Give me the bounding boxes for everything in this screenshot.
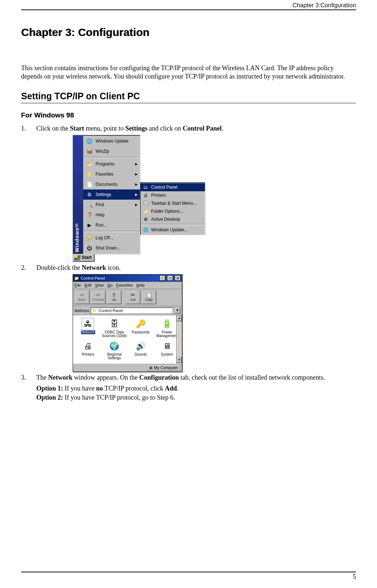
start-button[interactable]: Start	[73, 254, 95, 262]
toolbar-button-forward: ⇨Forward	[90, 291, 106, 304]
applet-icon: 🌍	[109, 340, 120, 352]
control-panel-icon[interactable]: 🖨Printers	[75, 340, 101, 360]
control-panel-window: 📁 Control Panel _ □ × FileEditViewGoFavo…	[73, 274, 182, 372]
menu-item-icon: ❓	[85, 211, 93, 219]
menu-bar: FileEditViewGoFavoritesHelp	[73, 282, 182, 289]
applet-icon: 🖨	[82, 340, 94, 352]
text-bold: Option 1:	[36, 385, 63, 392]
start-menu-item[interactable]: 🔑Log Off...	[83, 233, 140, 243]
start-menu-item[interactable]: ⭐Favorites▶	[83, 169, 140, 179]
address-dropdown-button[interactable]: ▼	[174, 307, 181, 314]
text-bold: Network	[82, 264, 106, 271]
menu-item-label: Favorites	[96, 172, 113, 177]
menu-item-icon: ⭐	[85, 170, 93, 178]
computer-icon: 🖥	[149, 365, 153, 370]
text-bold: Option 2:	[36, 394, 63, 401]
applet-icon: 🖧	[82, 318, 94, 330]
submenu-item-icon: 🪟	[142, 200, 149, 207]
submenu-item[interactable]: 🗂Control Panel	[140, 183, 205, 191]
applet-label: System	[161, 353, 173, 357]
control-panel-icon[interactable]: 🖧Network	[75, 318, 101, 338]
start-menu-item[interactable]: 🌐Windows Update	[83, 136, 140, 146]
toolbar-icon: ✂	[131, 292, 135, 297]
menu-item-label: Windows Update	[96, 139, 129, 144]
step-3: The Network window appears. On the Confi…	[21, 373, 356, 402]
icon-area: 🖧Network🗄ODBC Data Sources (32bit)🔑Passw…	[73, 315, 182, 363]
settings-submenu: 🗂Control Panel🖨Printers🪟Taskbar & Start …	[140, 182, 205, 235]
toolbar-icon: ⇦	[80, 292, 84, 297]
menu-item[interactable]: View	[95, 283, 104, 288]
submenu-item[interactable]: 🌐Windows Update...	[140, 226, 205, 234]
submenu-item[interactable]: 🖥Active Desktop	[140, 215, 205, 223]
maximize-button[interactable]: □	[167, 275, 173, 281]
menu-item[interactable]: File	[74, 283, 81, 288]
menu-item-label: Settings	[96, 192, 111, 198]
start-menu-item[interactable]: ⏻Shut Down...	[83, 243, 140, 253]
step-1: Click on the Start menu, point to Settin…	[21, 124, 356, 262]
address-label: Address	[74, 308, 89, 313]
toolbar-label: Forward	[92, 298, 104, 302]
menu-item-icon: ⚙	[85, 191, 93, 199]
menu-item-label: WinZip	[96, 149, 109, 155]
start-menu-item[interactable]: 📂Programs▶	[83, 159, 140, 169]
address-field[interactable]: 📁 Control Panel	[90, 307, 173, 314]
submenu-item[interactable]: 🖨Printers	[140, 191, 205, 199]
submenu-item-icon: 🖥	[142, 216, 149, 223]
toolbar-icon: ⇧	[112, 292, 116, 297]
banner-text: Windows	[74, 228, 80, 252]
start-menu-item[interactable]: ▶Run...	[83, 220, 140, 230]
start-menu-item[interactable]: 📄Documents▶	[83, 179, 140, 189]
start-menu-item[interactable]: ❓Help	[83, 210, 140, 220]
start-menu-item[interactable]: 🔍Find▶	[83, 200, 140, 210]
control-panel-icon[interactable]: 🔑Passwords	[128, 318, 154, 338]
toolbar-icon: ⇨	[96, 292, 100, 297]
scroll-up-button[interactable]: ▲	[177, 315, 182, 321]
toolbar-label: Copy	[145, 298, 153, 302]
figure-start-menu: Windows98 🌐Windows Update📦WinZip📂Program…	[73, 135, 356, 262]
toolbar-button-up[interactable]: ⇧Up	[106, 291, 122, 304]
text-bold: Configuration	[139, 374, 179, 381]
figure-control-panel: 📁 Control Panel _ □ × FileEditViewGoFavo…	[73, 274, 356, 372]
option-2: Option 2: If you have TCP/IP protocol, g…	[36, 393, 356, 402]
menu-item-icon: 📂	[85, 160, 93, 168]
toolbar-button-copy[interactable]: 📋Copy	[141, 291, 157, 304]
folder-icon: 📁	[92, 308, 97, 313]
menu-item[interactable]: Go	[107, 283, 113, 288]
minimize-button[interactable]: _	[159, 275, 166, 281]
submenu-item-label: Windows Update...	[151, 227, 188, 233]
scrollbar[interactable]: ▲ ▼	[176, 315, 182, 363]
menu-item-label: Run...	[96, 223, 107, 228]
control-panel-icon[interactable]: 🔊Sounds	[128, 340, 154, 360]
close-button[interactable]: ×	[175, 275, 181, 281]
scroll-down-button[interactable]: ▼	[177, 357, 182, 363]
applet-icon: 🔋	[161, 318, 173, 330]
submenu-item[interactable]: 🪟Taskbar & Start Menu...	[140, 199, 205, 207]
menu-item[interactable]: Edit	[85, 283, 92, 288]
step-2: Double-click the Network icon. 📁 Control…	[21, 264, 356, 372]
text-run: window appears. On the	[72, 374, 139, 381]
menu-item[interactable]: Favorites	[116, 283, 133, 288]
applet-label: Network	[81, 331, 95, 335]
toolbar: ⇦Back⇨Forward⇧Up✂Cut📋Copy	[73, 289, 182, 306]
menu-item-icon: 📄	[85, 180, 93, 188]
submenu-item-label: Taskbar & Start Menu...	[151, 201, 196, 207]
text-bold: no	[96, 385, 103, 392]
control-panel-icon[interactable]: 🗄ODBC Data Sources (32bit)	[102, 318, 127, 338]
start-menu-item[interactable]: 📦WinZip	[83, 146, 140, 156]
start-menu-item[interactable]: ⚙Settings▶	[83, 189, 140, 200]
submenu-item[interactable]: 📁Folder Options...	[140, 207, 205, 215]
running-header: Chapter 3:Configuration	[21, 0, 356, 10]
status-text: My Computer	[154, 365, 178, 370]
text-run: menu, point to	[84, 125, 126, 132]
menu-item-label: Programs	[96, 161, 114, 167]
applet-icon: 🗄	[109, 318, 120, 330]
control-panel-icon[interactable]: 🌍Regional Settings	[102, 340, 127, 360]
menu-item[interactable]: Help	[136, 283, 145, 288]
submenu-item-label: Control Panel	[151, 185, 178, 191]
banner-sub: 98	[75, 224, 79, 228]
submenu-item-label: Printers	[151, 193, 166, 199]
menu-item-icon: 🔍	[85, 201, 93, 209]
toolbar-button-cut[interactable]: ✂Cut	[125, 291, 141, 304]
menu-item-icon: 📦	[85, 147, 93, 155]
scroll-thumb[interactable]	[177, 321, 182, 357]
